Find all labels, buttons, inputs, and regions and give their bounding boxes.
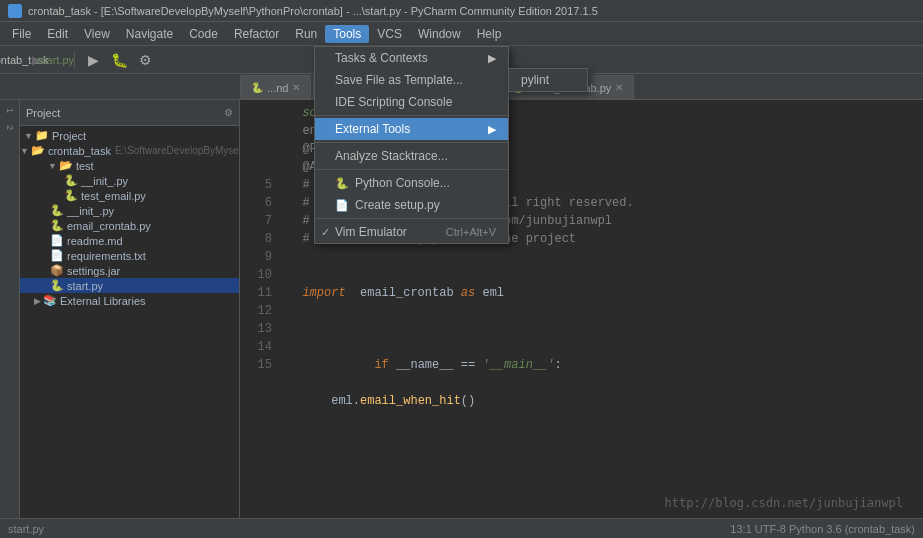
project-tree: Project ⚙ ▼ 📁 Project ▼ 📂 crontab_task E… xyxy=(20,100,240,538)
python-console-icon: 🐍 xyxy=(335,176,349,190)
test-folder-icon: 📂 xyxy=(59,159,73,172)
project-header-label: Project xyxy=(26,107,60,119)
code-line-9 xyxy=(288,248,923,266)
tree-readme[interactable]: 📄 readme.md xyxy=(20,233,239,248)
crontab-folder-icon: 📂 xyxy=(31,144,45,157)
menu-sep-4 xyxy=(315,218,508,219)
menu-external-arrow: ▶ xyxy=(488,123,496,136)
code-line-11: import email_crontab as eml xyxy=(288,284,923,302)
tree-settings-jar-label: settings.jar xyxy=(67,265,120,277)
tree-test-label: test xyxy=(76,160,94,172)
menu-tasks-arrow: ▶ xyxy=(488,52,496,65)
tree-external-libs[interactable]: ▶ 📚 External Libraries xyxy=(20,293,239,308)
menu-code[interactable]: Code xyxy=(181,25,226,43)
tab-email-close[interactable]: ✕ xyxy=(615,82,623,93)
tree-external-libs-label: External Libraries xyxy=(60,295,146,307)
tree-arrow-crontab: ▼ xyxy=(20,146,29,156)
cursor-position: 13:1 UTF-8 Python 3.6 (crontab_task) xyxy=(730,523,915,535)
menu-ide-scripting[interactable]: IDE Scripting Console xyxy=(315,91,508,113)
external-tools-submenu: pylint xyxy=(508,68,588,92)
code-line-12 xyxy=(288,302,923,320)
tree-arrow-project: ▼ xyxy=(24,131,33,141)
tab-nd-icon: 🐍 xyxy=(251,82,263,93)
side-structure-btn[interactable]: 2 xyxy=(3,121,17,134)
tree-start[interactable]: 🐍 start.py xyxy=(20,278,239,293)
tree-readme-label: readme.md xyxy=(67,235,123,247)
tree-crontab-folder[interactable]: ▼ 📂 crontab_task E:\SoftwareDevelopByMys… xyxy=(20,143,239,158)
code-line-13: ▶ if __name__ == '__main__': xyxy=(288,320,923,392)
menu-save-template-label: Save File as Template... xyxy=(335,73,463,87)
tree-test-folder[interactable]: ▼ 📂 test xyxy=(20,158,239,173)
toolbar-separator xyxy=(74,51,75,69)
menu-tools[interactable]: Tools xyxy=(325,25,369,43)
code-line-10 xyxy=(288,266,923,284)
tree-test-init-label: __init_.py xyxy=(81,175,128,187)
app-icon xyxy=(8,4,22,18)
tree-test-init[interactable]: 🐍 __init_.py xyxy=(20,173,239,188)
code-line-15 xyxy=(288,410,923,428)
menu-tasks-contexts[interactable]: Tasks & Contexts ▶ xyxy=(315,47,508,69)
folder-project-icon: 📁 xyxy=(35,129,49,142)
menu-sep-3 xyxy=(315,169,508,170)
debug-button[interactable]: 🐛 xyxy=(108,49,130,71)
menu-navigate[interactable]: Navigate xyxy=(118,25,181,43)
menu-vcs[interactable]: VCS xyxy=(369,25,410,43)
menu-vim-label: Vim Emulator xyxy=(335,225,407,239)
menu-bar: File Edit View Navigate Code Refactor Ru… xyxy=(0,22,923,46)
tree-requirements-label: requirements.txt xyxy=(67,250,146,262)
submenu-pylint[interactable]: pylint xyxy=(509,69,587,91)
menu-external-tools[interactable]: External Tools ▶ xyxy=(315,118,508,140)
menu-refactor[interactable]: Refactor xyxy=(226,25,287,43)
external-libs-icon: 📚 xyxy=(43,294,57,307)
menu-window[interactable]: Window xyxy=(410,25,469,43)
tree-test-email[interactable]: 🐍 test_email.py xyxy=(20,188,239,203)
tree-email-crontab-label: email_crontab.py xyxy=(67,220,151,232)
menu-analyze-label: Analyze Stacktrace... xyxy=(335,149,448,163)
project-settings-icon[interactable]: ⚙ xyxy=(224,107,233,118)
menu-help[interactable]: Help xyxy=(469,25,510,43)
create-setup-icon: 📄 xyxy=(335,198,349,212)
tree-test-email-label: test_email.py xyxy=(81,190,146,202)
settings-button[interactable]: ⚙ xyxy=(134,49,156,71)
menu-vim-emulator[interactable]: ✓ Vim Emulator Ctrl+Alt+V xyxy=(315,221,508,243)
tree-email-crontab[interactable]: 🐍 email_crontab.py xyxy=(20,218,239,233)
menu-ide-scripting-label: IDE Scripting Console xyxy=(335,95,452,109)
tree-requirements[interactable]: 📄 requirements.txt xyxy=(20,248,239,263)
toolbar-breadcrumb-file[interactable]: start.py xyxy=(45,49,67,71)
tree-project-label: Project xyxy=(52,130,86,142)
toolbar-breadcrumb-project[interactable]: crontab_task xyxy=(6,49,28,71)
menu-sep-2 xyxy=(315,142,508,143)
pylint-label: pylint xyxy=(521,73,549,87)
tab-nd[interactable]: 🐍 ...nd ✕ xyxy=(240,75,311,99)
menu-create-setup[interactable]: 📄 Create setup.py xyxy=(315,194,508,216)
tree-project-root[interactable]: ▼ 📁 Project xyxy=(20,128,239,143)
breadcrumb-file: start.py xyxy=(38,54,74,66)
tree-settings-jar[interactable]: 📦 settings.jar xyxy=(20,263,239,278)
menu-tasks-label: Tasks & Contexts xyxy=(335,51,428,65)
menu-python-console[interactable]: 🐍 Python Console... xyxy=(315,172,508,194)
test-email-icon: 🐍 xyxy=(64,189,78,202)
code-line-14: eml.email_when_hit() xyxy=(288,392,923,410)
side-project-btn[interactable]: 1 xyxy=(3,104,17,117)
tab-nd-label: ...nd xyxy=(267,82,288,94)
menu-edit[interactable]: Edit xyxy=(39,25,76,43)
title-text: crontab_task - [E:\SoftwareDevelopByMyse… xyxy=(28,5,598,17)
tree-arrow-test: ▼ xyxy=(48,161,57,171)
side-strip: 1 2 xyxy=(0,100,20,538)
line-numbers: 5 6 7 8 9 10 11 12 13 14 15 xyxy=(240,100,280,538)
menu-file[interactable]: File xyxy=(4,25,39,43)
menu-run[interactable]: Run xyxy=(287,25,325,43)
tree-arrow-external: ▶ xyxy=(34,296,41,306)
menu-analyze-stacktrace[interactable]: Analyze Stacktrace... xyxy=(315,145,508,167)
title-bar: crontab_task - [E:\SoftwareDevelopByMyse… xyxy=(0,0,923,22)
init-icon: 🐍 xyxy=(50,204,64,217)
tree-start-label: start.py xyxy=(67,280,103,292)
menu-view[interactable]: View xyxy=(76,25,118,43)
test-init-icon: 🐍 xyxy=(64,174,78,187)
tab-nd-close[interactable]: ✕ xyxy=(292,82,300,93)
menu-save-template[interactable]: Save File as Template... xyxy=(315,69,508,91)
tools-menu: Tasks & Contexts ▶ Save File as Template… xyxy=(314,46,509,244)
menu-create-setup-label: Create setup.py xyxy=(355,198,440,212)
run-button[interactable]: ▶ xyxy=(82,49,104,71)
tree-init[interactable]: 🐍 __init_.py xyxy=(20,203,239,218)
